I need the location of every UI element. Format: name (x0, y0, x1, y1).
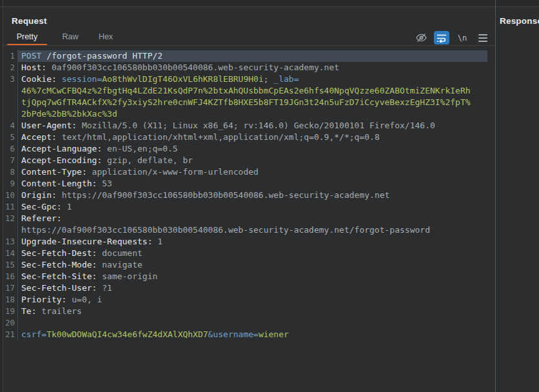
hide-nonprinting-icon[interactable] (413, 31, 429, 44)
code-line[interactable]: tjQpq7wGfTR4ACkfX%2fy3xiyS2hre0cnWFJ4KZT… (18, 97, 487, 108)
code-line[interactable]: Accept-Language: en-US,en;q=0.5 (18, 143, 487, 155)
line-number: 18 (3, 294, 18, 306)
code-line[interactable]: csrf=Tk00wDOWaQI4cw34e6fwZ4dXAlXQhXD7&us… (18, 329, 487, 340)
editor-row[interactable]: 16Sec-Fetch-Site: same-origin (3, 271, 495, 282)
code-line[interactable]: https://0af900f303cc106580bb030b00540086… (18, 224, 487, 236)
editor-row[interactable]: 18Priority: u=0, i (3, 294, 495, 306)
tab-raw[interactable]: Raw (52, 28, 89, 45)
editor-row[interactable]: 8Content-Type: application/x-www-form-ur… (3, 166, 495, 178)
editor-row[interactable]: 7Accept-Encoding: gzip, deflate, br (3, 155, 495, 166)
editor-row[interactable]: 6Accept-Language: en-US,en;q=0.5 (3, 143, 495, 155)
code-line[interactable]: Sec-Fetch-Mode: navigate (18, 259, 487, 271)
editor-row[interactable]: 2bPde%2bB%2bkXac%3d (3, 108, 495, 120)
request-editor[interactable]: 1POST /forgot-password HTTP/22Host: 0af9… (3, 46, 495, 392)
editor-row[interactable]: 3Cookie: session=Ao8thWvlDIgT46OxVL6hKR8… (3, 74, 495, 85)
code-line[interactable]: Sec-Fetch-Dest: document (18, 248, 487, 259)
line-number: 20 (3, 317, 18, 329)
line-number: 7 (3, 155, 18, 166)
editor-row[interactable]: 4User-Agent: Mozilla/5.0 (X11; Linux x86… (3, 120, 495, 132)
editor-row[interactable]: 46%7cMCwCFBQ4z%2fbgtHq4LZdE21KsQdP7n%2bt… (3, 85, 495, 97)
line-number: 19 (3, 306, 18, 317)
response-panel: Response (496, 7, 539, 392)
editor-row[interactable]: 19Te: trailers (3, 306, 495, 317)
code-line[interactable]: Priority: u=0, i (18, 294, 487, 306)
line-number: 15 (3, 259, 18, 271)
line-number (3, 85, 18, 97)
line-number: 12 (3, 213, 18, 224)
code-line[interactable]: Origin: https://0af900f303cc106580bb030b… (18, 190, 487, 201)
tab-hex[interactable]: Hex (89, 28, 122, 45)
editor-row[interactable]: 10Origin: https://0af900f303cc106580bb03… (3, 190, 495, 201)
editor-row[interactable]: 13Upgrade-Insecure-Requests: 1 (3, 236, 495, 248)
editor-row[interactable]: 15Sec-Fetch-Mode: navigate (3, 259, 495, 271)
code-line[interactable]: Sec-Fetch-Site: same-origin (18, 271, 487, 282)
line-number: 13 (3, 236, 18, 248)
editor-row[interactable]: 11Sec-Gpc: 1 (3, 201, 495, 213)
request-panel-title: Request (12, 16, 47, 26)
editor-row[interactable]: https://0af900f303cc106580bb030b00540086… (3, 224, 495, 236)
line-number: 1 (3, 50, 18, 62)
word-wrap-icon[interactable] (434, 31, 449, 44)
line-number: 9 (3, 178, 18, 190)
editor-row[interactable]: 12Referer: (3, 213, 495, 224)
response-panel-title: Response (500, 16, 539, 26)
line-number: 5 (3, 132, 18, 143)
code-line[interactable]: Content-Length: 53 (18, 178, 487, 190)
code-line[interactable]: Sec-Fetch-User: ?1 (18, 282, 487, 294)
line-number: 2 (3, 62, 18, 74)
code-line[interactable]: POST /forgot-password HTTP/2 (18, 50, 487, 62)
request-tab-bar: Pretty Raw Hex (5, 28, 122, 45)
line-number (3, 97, 18, 108)
code-line[interactable]: Te: trailers (18, 306, 487, 317)
line-number: 4 (3, 120, 18, 132)
line-number: 8 (3, 166, 18, 178)
code-line[interactable]: Accept-Encoding: gzip, deflate, br (18, 155, 487, 166)
code-line[interactable]: Sec-Gpc: 1 (18, 201, 487, 213)
editor-row[interactable]: 5Accept: text/html,application/xhtml+xml… (3, 132, 495, 143)
editor-row[interactable]: 14Sec-Fetch-Dest: document (3, 248, 495, 259)
code-line[interactable]: 2bPde%2bB%2bkXac%3d (18, 108, 487, 120)
newline-chars-icon[interactable]: \n (455, 31, 470, 44)
editor-row[interactable]: 17Sec-Fetch-User: ?1 (3, 282, 495, 294)
editor-row[interactable]: 1POST /forgot-password HTTP/2 (3, 50, 495, 62)
tab-pretty[interactable]: Pretty (5, 28, 49, 45)
line-number: 11 (3, 201, 18, 213)
line-number (3, 224, 18, 236)
line-number: 14 (3, 248, 18, 259)
code-line[interactable]: Cookie: session=Ao8thWvlDIgT46OxVL6hKR8l… (18, 74, 487, 85)
code-line[interactable]: 46%7cMCwCFBQ4z%2fbgtHq4LZdE21KsQdP7n%2bt… (18, 85, 487, 97)
editor-row[interactable]: tjQpq7wGfTR4ACkfX%2fy3xiyS2hre0cnWFJ4KZT… (3, 97, 495, 108)
code-line[interactable] (18, 317, 487, 329)
line-number: 3 (3, 74, 18, 85)
code-line[interactable]: Accept: text/html,application/xhtml+xml,… (18, 132, 487, 143)
editor-row[interactable]: 21csrf=Tk00wDOWaQI4cw34e6fwZ4dXAlXQhXD7&… (3, 329, 495, 340)
code-line[interactable]: Referer: (18, 213, 487, 224)
line-number: 10 (3, 190, 18, 201)
code-line[interactable]: Upgrade-Insecure-Requests: 1 (18, 236, 487, 248)
line-number (3, 108, 18, 120)
code-line[interactable]: Content-Type: application/x-www-form-url… (18, 166, 487, 178)
line-number: 17 (3, 282, 18, 294)
line-number: 21 (3, 329, 18, 340)
menu-icon[interactable] (475, 31, 491, 44)
request-panel: Request Pretty Raw Hex (3, 7, 495, 392)
editor-toolbar: \n (413, 31, 491, 44)
editor-row[interactable]: 2Host: 0af900f303cc106580bb030b00540086.… (3, 62, 495, 74)
editor-row[interactable]: 9Content-Length: 53 (3, 178, 495, 190)
line-number: 6 (3, 143, 18, 155)
line-number: 16 (3, 271, 18, 282)
code-line[interactable]: User-Agent: Mozilla/5.0 (X11; Linux x86_… (18, 120, 487, 132)
code-line[interactable]: Host: 0af900f303cc106580bb030b00540086.w… (18, 62, 487, 74)
editor-row[interactable]: 20 (3, 317, 495, 329)
